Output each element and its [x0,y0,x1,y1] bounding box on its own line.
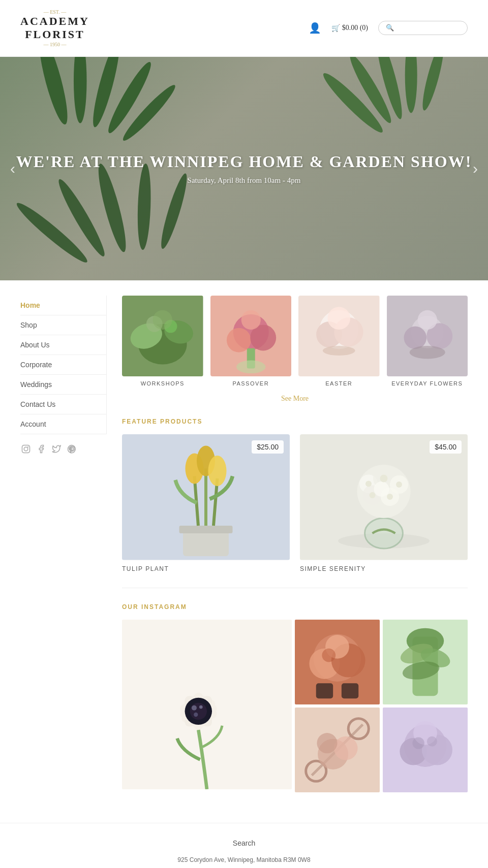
svg-point-17 [27,446,28,447]
logo: — EST. — ACADEMY FLORIST — 1950 — [20,9,89,47]
svg-point-106 [412,737,424,749]
category-thumb-passover [210,296,292,377]
svg-point-31 [236,360,265,373]
sidebar-item-weddings[interactable]: Weddings [20,375,106,395]
footer-address-line: 925 Corydon Ave, Winnipeg, Manitoba R3M … [20,855,468,866]
svg-point-76 [190,702,207,719]
product-tulip[interactable]: $25.00 TULIP PLANT [122,434,290,572]
sidebar-item-corporate[interactable]: Corporate [20,355,106,375]
category-label-passover: PASSOVER [232,380,269,387]
cart-total: $0.00 (0) [342,24,368,32]
sidebar-link-weddings[interactable]: Weddings [20,380,52,389]
instagram-section: OUR INSTAGRAM [122,603,468,792]
svg-point-63 [365,481,372,487]
svg-point-8 [405,57,417,113]
feature-products-section: FEATURE PRODUCTS [122,418,468,572]
svg-rect-45 [183,530,229,557]
main-layout: Home Shop About Us Corporate Weddings Co… [0,280,488,823]
svg-point-9 [419,57,447,112]
twitter-icon[interactable] [52,444,61,456]
product-serenity[interactable]: $45.00 SIMPLE SERENITY [300,434,468,572]
svg-point-16 [24,447,28,451]
sidebar-item-about[interactable]: About Us [20,335,106,355]
category-workshops[interactable]: WORKSHOPS [122,296,203,387]
sidebar-item-shop[interactable]: Shop [20,315,106,335]
sidebar-item-contact[interactable]: Contact Us [20,395,106,414]
sidebar: Home Shop About Us Corporate Weddings Co… [20,296,107,808]
instagram-main-image[interactable] [122,620,292,789]
pinterest-icon[interactable] [67,444,76,456]
search-input[interactable] [394,24,460,32]
svg-point-0 [34,57,73,126]
product-name-tulip: TULIP PLANT [122,565,290,572]
instagram-icon[interactable] [21,444,30,456]
svg-point-24 [153,310,172,329]
product-name-serenity: SIMPLE SERENITY [300,565,468,572]
category-label-easter: EASTER [325,380,352,387]
svg-point-107 [427,736,437,747]
footer-phone: Phone: (204) 488-4822 | Fax: (204) 488-0… [20,865,468,868]
sidebar-item-account[interactable]: Account [20,414,106,434]
svg-point-42 [417,310,437,329]
svg-rect-87 [342,683,358,698]
header-actions: 👤 🛒 $0.00 (0) 🔍 [309,21,468,35]
sidebar-link-contact[interactable]: Contact Us [20,400,55,408]
sidebar-link-corporate[interactable]: Corporate [20,361,52,369]
product-price-serenity: $45.00 [430,440,462,454]
hero-banner: WE'RE AT THE WINNIPEG HOME & GARDEN SHOW… [0,57,488,280]
svg-point-79 [194,713,198,717]
sidebar-item-home[interactable]: Home [20,296,106,315]
category-passover[interactable]: PASSOVER [210,296,292,387]
sidebar-link-shop[interactable]: Shop [20,321,37,329]
svg-point-99 [334,736,358,760]
sidebar-link-about[interactable]: About Us [20,341,50,349]
svg-point-52 [208,456,227,486]
cart-icon: 🛒 [331,24,340,33]
svg-rect-55 [365,518,403,549]
svg-point-67 [387,494,393,500]
logo-name: ACADEMY FLORIST [20,15,89,42]
sidebar-link-home[interactable]: Home [20,301,40,309]
product-image-serenity: $45.00 [300,434,468,560]
svg-point-62 [374,481,389,497]
instagram-image-3[interactable] [383,620,468,704]
hero-title: WE'RE AT THE WINNIPEG HOME & GARDEN SHOW… [16,152,472,171]
header: — EST. — ACADEMY FLORIST — 1950 — 👤 🛒 $0… [0,0,488,57]
content-area: WORKSHOPS PASSOVER [122,296,468,808]
svg-point-40 [404,326,426,349]
footer: Search 925 Corydon Ave, Winnipeg, Manito… [0,823,488,868]
products-divider [122,588,468,588]
social-icons [20,444,107,456]
svg-point-36 [327,307,350,330]
instagram-image-4[interactable] [295,708,380,792]
instagram-image-2[interactable] [295,620,380,704]
instagram-image-5[interactable] [383,708,468,792]
category-thumb-easter [298,296,380,377]
instagram-title: OUR INSTAGRAM [122,603,468,610]
svg-point-43 [409,346,445,359]
cart-button[interactable]: 🛒 $0.00 (0) [331,24,368,33]
logo-est: — EST. — [44,9,67,15]
category-grid: WORKSHOPS PASSOVER [122,296,468,387]
see-more-link[interactable]: See More [122,395,468,403]
footer-search-link[interactable]: Search [233,839,255,847]
facebook-icon[interactable] [37,444,46,456]
footer-search[interactable]: Search [20,839,468,848]
hero-subtitle: Saturday, April 8th from 10am - 4pm [16,176,472,185]
products-grid: $25.00 TULIP PLANT [122,434,468,572]
svg-point-66 [370,492,376,498]
user-icon[interactable]: 👤 [309,22,321,34]
svg-rect-46 [179,526,233,533]
svg-rect-86 [316,683,333,698]
category-thumb-workshops [122,296,203,377]
category-easter[interactable]: EASTER [298,296,380,387]
hero-next-button[interactable]: › [473,160,478,177]
sidebar-link-account[interactable]: Account [20,420,46,428]
svg-point-37 [323,346,355,356]
logo-year: — 1950 — [43,42,66,47]
product-image-tulip: $25.00 [122,434,290,560]
hero-prev-button[interactable]: ‹ [10,160,15,177]
search-box[interactable]: 🔍 [378,21,468,35]
svg-rect-15 [22,445,30,453]
category-everyday[interactable]: EVERYDAY FLOWERS [387,296,468,387]
